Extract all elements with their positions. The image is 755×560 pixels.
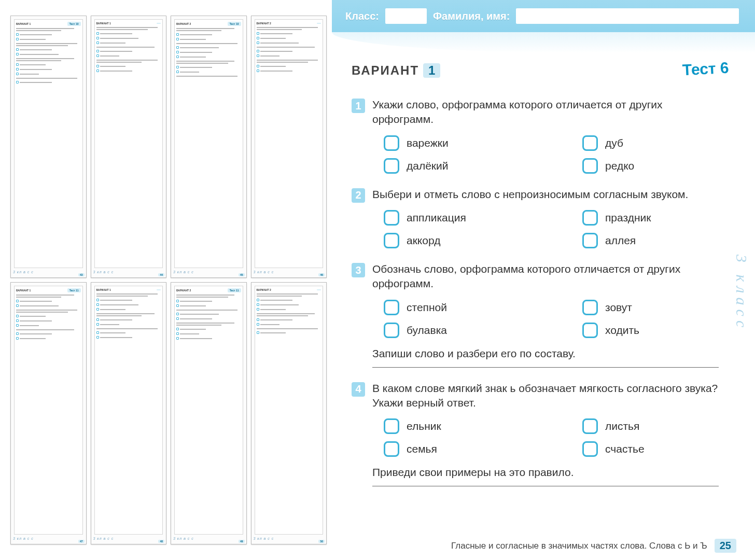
footer-page-number: 25: [715, 539, 736, 553]
option-label: ельник: [407, 420, 441, 432]
thumbnail: ВАРИАНТ 2 3 кл а с с 46: [251, 16, 327, 278]
option-label: счастье: [605, 443, 645, 455]
question-text: Выбери и отметь слово с непроизносимым с…: [372, 187, 719, 202]
thumb-variant: ВАРИАНТ 1: [96, 288, 111, 291]
answer-line[interactable]: [372, 486, 719, 486]
question-text: Обозначь слово, орфограмма которого отли…: [372, 262, 719, 291]
name-input[interactable]: [516, 8, 739, 24]
option[interactable]: степной: [384, 300, 520, 315]
option-label: далёкий: [407, 160, 449, 172]
name-label: Фамилия, имя:: [433, 10, 510, 22]
decorative-wave: [332, 32, 755, 53]
option-label: листья: [605, 420, 639, 432]
thumb-test: Тест 10: [67, 22, 81, 26]
option[interactable]: дуб: [582, 135, 719, 151]
thumbnail: ВАРИАНТ 1 Тест 10 3 кл а с с 43: [10, 16, 87, 278]
question-text: Укажи слово, орфограмма которого отличае…: [372, 97, 719, 127]
option-label: булавка: [407, 324, 447, 337]
checkbox-icon[interactable]: [582, 233, 598, 248]
option[interactable]: аккорд: [384, 233, 520, 248]
thumb-variant: ВАРИАНТ 1: [16, 289, 31, 292]
checkbox-icon[interactable]: [384, 441, 399, 457]
option[interactable]: праздник: [582, 210, 719, 226]
option-label: редко: [605, 160, 634, 172]
option[interactable]: семья: [384, 441, 520, 457]
checkbox-icon[interactable]: [582, 158, 598, 174]
thumb-test: [317, 289, 321, 290]
thumbnail: ВАРИАНТ 1 3 кл а с с 44: [91, 16, 167, 278]
option-label: аппликация: [407, 212, 466, 224]
option-label: аккорд: [407, 234, 440, 247]
option[interactable]: аппликация: [384, 210, 520, 226]
thumb-page: 49: [239, 540, 245, 543]
checkbox-icon[interactable]: [582, 300, 598, 315]
option-label: зовут: [605, 301, 632, 314]
thumb-scribble: 3 кл а с с: [173, 270, 244, 276]
thumb-variant: ВАРИАНТ 1: [16, 22, 31, 25]
question: 1 Укажи слово, орфограмма которого отлич…: [352, 97, 719, 174]
question-number: 4: [352, 382, 365, 397]
thumb-scribble: 3 кл а с с: [93, 270, 164, 276]
thumb-scribble: 3 кл а с с: [173, 537, 244, 543]
checkbox-icon[interactable]: [384, 135, 399, 151]
question: 4 В каком слове мягкий знак ь обозначает…: [352, 381, 719, 487]
option[interactable]: аллея: [582, 233, 719, 248]
question-number: 2: [352, 188, 365, 203]
thumb-page: 46: [318, 273, 325, 276]
option[interactable]: варежки: [384, 135, 520, 151]
thumb-test: [317, 23, 321, 24]
option-label: степной: [407, 301, 447, 314]
thumb-scribble: 3 кл а с с: [93, 537, 164, 543]
thumb-page: 50: [318, 540, 325, 543]
checkbox-icon[interactable]: [582, 418, 598, 434]
thumb-page: 44: [158, 273, 164, 276]
thumb-variant: ВАРИАНТ 2: [176, 22, 191, 25]
thumb-scribble: 3 кл а с с: [13, 270, 84, 276]
thumb-page: 47: [78, 540, 85, 543]
option[interactable]: ельник: [384, 418, 520, 434]
option[interactable]: листья: [582, 418, 719, 434]
variant-number: 1: [423, 63, 440, 78]
option[interactable]: далёкий: [384, 158, 520, 174]
checkbox-icon[interactable]: [384, 233, 399, 248]
checkbox-icon[interactable]: [582, 210, 598, 226]
option[interactable]: зовут: [582, 300, 719, 315]
option-label: праздник: [605, 212, 651, 224]
checkbox-icon[interactable]: [384, 300, 399, 315]
thumb-test: Тест 11: [228, 288, 241, 292]
checkbox-icon[interactable]: [582, 441, 598, 457]
margin-scribble: 3 класс: [730, 57, 753, 529]
option[interactable]: ходить: [582, 323, 719, 338]
question-text: В каком слове мягкий знак ь обозначает м…: [372, 381, 719, 411]
thumbnail: ВАРИАНТ 2 Тест 10 3 кл а с с 45: [171, 16, 247, 278]
question: 3 Обозначь слово, орфограмма которого от…: [352, 262, 719, 368]
checkbox-icon[interactable]: [384, 158, 399, 174]
option[interactable]: редко: [582, 158, 719, 174]
thumb-variant: ВАРИАНТ 2: [257, 22, 271, 25]
header-band: Класс: Фамилия, имя:: [332, 0, 755, 32]
checkbox-icon[interactable]: [384, 323, 399, 338]
checkbox-icon[interactable]: [384, 210, 399, 226]
thumb-variant: ВАРИАНТ 2: [257, 288, 271, 291]
checkbox-icon[interactable]: [582, 135, 598, 151]
thumb-page: 48: [158, 540, 164, 543]
class-label: Класс:: [345, 10, 379, 22]
answer-line[interactable]: [372, 367, 719, 368]
thumbnail-grid: ВАРИАНТ 1 Тест 10 3 кл а с с 43 ВАРИАНТ …: [0, 0, 332, 560]
thumb-test: Тест 11: [67, 288, 81, 292]
checkbox-icon[interactable]: [384, 418, 399, 434]
thumb-test: [157, 289, 161, 290]
option-label: семья: [407, 443, 437, 455]
question-number: 3: [352, 263, 365, 277]
footer-topic: Гласные и согласные в значимых частях сл…: [451, 541, 707, 551]
class-input[interactable]: [385, 8, 427, 24]
option[interactable]: булавка: [384, 323, 520, 338]
question-list: 1 Укажи слово, орфограмма которого отлич…: [332, 81, 755, 486]
checkbox-icon[interactable]: [582, 323, 598, 338]
thumbnail: ВАРИАНТ 1 3 кл а с с 48: [91, 282, 167, 544]
option[interactable]: счастье: [582, 441, 719, 457]
page-footer: Гласные и согласные в значимых частях сл…: [332, 539, 755, 553]
thumb-test: [157, 23, 161, 24]
thumb-variant: ВАРИАНТ 2: [176, 289, 191, 292]
worksheet-page: Класс: Фамилия, имя: ВАРИАНТ 1 Тест 6 1 …: [332, 0, 755, 560]
